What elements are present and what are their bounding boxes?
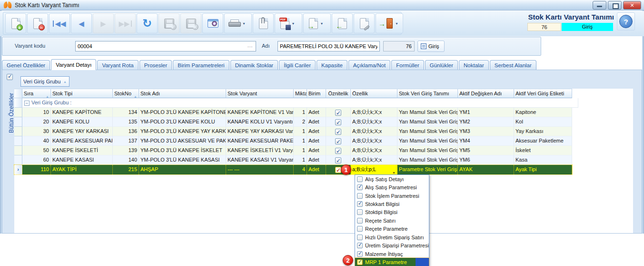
code-ellipsis-button[interactable]: ... (248, 43, 253, 48)
titlebar: Stok Kartı Varyant Tanımı ✕ (0, 0, 644, 10)
last-record-button[interactable]: ▶▶ (115, 13, 136, 33)
variant-code-input[interactable] (75, 41, 256, 51)
column-header-sira[interactable]: Sıra▲ (22, 89, 51, 98)
column-header-stok-tipi[interactable]: Stok Tipi (51, 89, 113, 98)
table-row[interactable]: 60 KANEPE KASASI 140 YM-POLO 3'LÜ KANEPE… (14, 155, 572, 165)
tab-formuller[interactable]: Formüller (391, 60, 424, 70)
selected-row[interactable]: › 110 AYAK TİPİ 215 AHŞAP --- --- 4 Adet… (14, 165, 572, 174)
menu-checkbox[interactable] (357, 243, 363, 248)
column-header-stok-adi[interactable]: Stok Adı (139, 89, 226, 98)
exit-button[interactable]: → ▼ (376, 13, 403, 33)
tab-kapasite[interactable]: Kapasite (317, 60, 347, 70)
menu-checkbox[interactable] (357, 176, 363, 182)
menu-checkbox[interactable] (357, 226, 363, 232)
table-row[interactable]: 10 KANEPE KAPİTONE 134 YM-POLO 3'LÜ KANE… (14, 108, 572, 117)
wrench-icon (360, 18, 369, 29)
tools-button[interactable] (354, 13, 375, 33)
group-by-label: Veri Giriş Grubu (23, 79, 60, 84)
column-header-aktif-etiket[interactable]: Aktif Veri Giriş Etiketi (514, 89, 572, 98)
column-header-miktar[interactable]: Miktar (294, 89, 307, 98)
table-row[interactable]: 20 KANEPE KOLU 135 YM-POLO 3'LÜ KANEPE K… (14, 117, 572, 127)
tab-aciklama-not[interactable]: Açıklama/Not (348, 60, 390, 70)
menu-item-hizli-uretim-siparis-satiri[interactable]: Hızlı Üretim Sipariş Satırı (355, 233, 429, 241)
tab-genel-ozellikler[interactable]: Genel Özellikler (2, 60, 50, 70)
menu-item-alis-satis-parametresi[interactable]: Alış Satış Parametresi (355, 183, 429, 191)
print-button[interactable]: ▼ (224, 13, 252, 33)
export-button[interactable]: →▼ (303, 13, 331, 33)
tab-strip: Genel Özellikler Varyant Detayı Varyant … (2, 59, 642, 70)
menu-checkbox[interactable] (357, 259, 363, 265)
table-row[interactable]: 50 KANEPE İSKELETİ 139 YM-POLO 3'LÜ KANE… (14, 146, 572, 155)
new-record-button[interactable]: + (5, 13, 26, 33)
tab-varyant-rota[interactable]: Varyant Rota (97, 60, 138, 70)
table-row[interactable]: 40 KANEPE AKSESUAR PAKET 137 YM-POLO 3'L… (14, 136, 572, 146)
tab-birim-parametreleri[interactable]: Birim Parametreleri (173, 60, 229, 70)
oznitelik-checkbox[interactable] (335, 110, 341, 116)
tab-gunlukler[interactable]: Günlükler (425, 60, 458, 70)
menu-item-stokkart-bilgisi[interactable]: Stokkart Bilgisi (355, 200, 429, 208)
column-header-oznitelik[interactable]: Öznitelik (326, 89, 351, 98)
window-title: Stok Kartı Varyant Tanımı (15, 2, 79, 9)
entry-button[interactable]: Giriş (417, 41, 445, 52)
ozellik-dropdown-cell[interactable]: a;B;ü;İ;p;L▼ (351, 165, 397, 174)
save-button[interactable]: ✓ (159, 13, 179, 33)
menu-item-uretim-siparisi-parametresi[interactable]: Üretim Siparişi Parametresi (355, 242, 429, 250)
attachment-button[interactable] (253, 13, 274, 33)
all-properties-checkbox[interactable] (7, 74, 13, 80)
refresh-button[interactable]: ↻ (137, 13, 158, 33)
pdf-export-button[interactable]: PDF▼ (275, 13, 302, 33)
oznitelik-checkbox[interactable] (335, 119, 341, 125)
close-button[interactable]: ✕ (623, 1, 641, 10)
oznitelik-checkbox[interactable] (335, 138, 341, 144)
menu-item-recete-parametre[interactable]: Reçete Parametre (355, 225, 429, 233)
delete-record-button[interactable]: – (27, 13, 48, 33)
form-title: Stok Kartı Varyant Tanımı (476, 13, 614, 21)
menu-item-stok-islem-parametresi[interactable]: Stok İşlem Parametresi (355, 192, 429, 200)
column-header-aktif-degisken[interactable]: Aktif Değişken Adı (458, 89, 514, 98)
tab-noktalar[interactable]: Noktalar (459, 60, 489, 70)
oznitelik-checkbox[interactable] (335, 129, 341, 135)
help-button[interactable]: ? (617, 12, 635, 31)
preview-button[interactable] (202, 13, 223, 33)
tab-dinamik-stoklar[interactable]: Dinamik Stoklar (230, 60, 278, 70)
column-header-birim[interactable]: Birim (307, 89, 326, 98)
column-header-stok-varyant[interactable]: Stok Varyant (226, 89, 294, 98)
menu-item-recete-satiri[interactable]: Reçete Satırı (355, 216, 429, 225)
menu-checkbox[interactable] (357, 251, 363, 257)
tab-ilgili-cariler[interactable]: İlgili Cariler (279, 60, 316, 70)
column-header-ozellik[interactable]: Özellik (351, 89, 397, 98)
oznitelik-checkbox[interactable] (335, 157, 341, 164)
menu-checkbox[interactable] (357, 209, 363, 215)
minimize-button[interactable] (593, 1, 606, 10)
annotation-badge-1: 1 (341, 164, 351, 175)
exit-arrow-icon: → (378, 20, 386, 27)
menu-checkbox[interactable] (357, 184, 363, 190)
menu-checkbox[interactable] (357, 193, 363, 199)
menu-item-malzeme-ihtiyac[interactable]: Malzeme İhtiyaç (355, 250, 429, 258)
first-record-button[interactable]: ◀◀ (49, 13, 70, 33)
tab-serbest-alanlar[interactable]: Serbest Alanlar (490, 60, 536, 70)
name-input[interactable] (277, 41, 380, 51)
restore-button[interactable] (608, 1, 622, 10)
menu-item-mrp1-parametre[interactable]: MRP 1 Parametre (355, 258, 429, 266)
table-row[interactable]: 30 KANEPE YAY KARKASI 136 YM-POLO 3'LÜ K… (14, 127, 572, 136)
menu-item-stoktipi-bilgisi[interactable]: Stoktipi Bilgisi (355, 208, 429, 216)
column-header-stok-no[interactable]: StokNo▲ (113, 89, 139, 98)
group-by-button[interactable]: Veri Giriş Grubu ▲ (20, 76, 69, 87)
previous-record-button[interactable]: ◀ (71, 13, 92, 33)
sidebar-vertical-label: Bütün Özellikler (5, 82, 15, 144)
collapse-icon[interactable]: − (24, 101, 30, 106)
oznitelik-checkbox[interactable] (335, 148, 341, 154)
application-window: Stok Kartı Varyant Tanımı ✕ + – ◀◀ ◀ ▶ (0, 0, 644, 266)
next-record-button[interactable]: ▶ (93, 13, 114, 33)
menu-checkbox[interactable] (357, 201, 363, 207)
import-button[interactable]: ← (332, 13, 353, 33)
menu-item-alis-satis-detayi[interactable]: Alış Satış Detayı (355, 175, 429, 183)
column-header-veri-giris-tanimi[interactable]: Stok Veri Giriş Tanımı (397, 89, 458, 98)
menu-checkbox[interactable] (357, 235, 363, 240)
menu-checkbox[interactable] (357, 218, 363, 224)
save-cancel-button[interactable]: ✕ (180, 13, 201, 33)
group-row[interactable]: −Veri Giriş Grubu : (14, 98, 578, 108)
tab-prosesler[interactable]: Prosesler (139, 60, 172, 70)
tab-varyant-detayi[interactable]: Varyant Detayı (51, 59, 96, 70)
